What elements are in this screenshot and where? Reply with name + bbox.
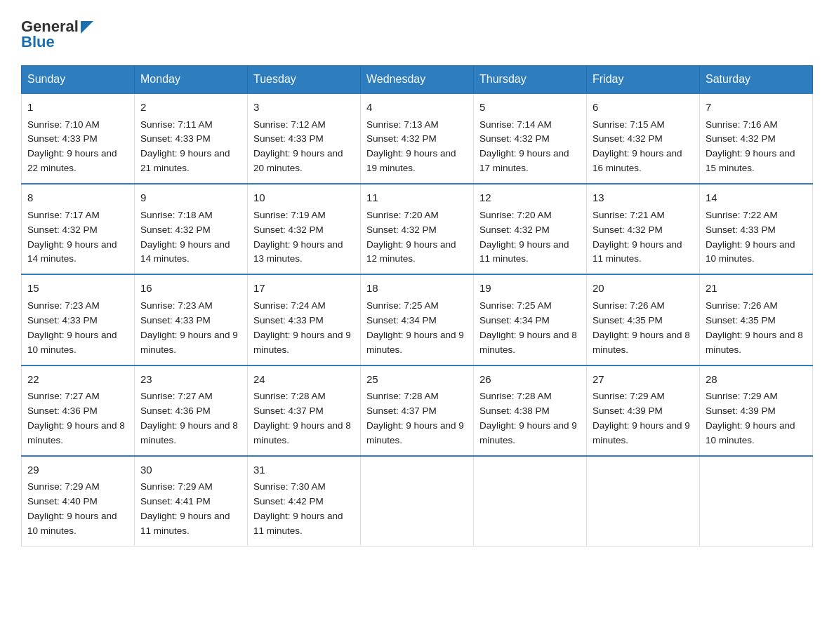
day-number: 4: [366, 100, 468, 116]
calendar-week-row: 22Sunrise: 7:27 AMSunset: 4:36 PMDayligh…: [22, 365, 813, 456]
calendar-cell: 29Sunrise: 7:29 AMSunset: 4:40 PMDayligh…: [22, 456, 135, 546]
day-info: Sunrise: 7:28 AMSunset: 4:37 PMDaylight:…: [366, 389, 468, 448]
calendar-cell: 18Sunrise: 7:25 AMSunset: 4:34 PMDayligh…: [361, 274, 474, 365]
calendar-cell: 26Sunrise: 7:28 AMSunset: 4:38 PMDayligh…: [474, 365, 587, 456]
calendar-cell: 13Sunrise: 7:21 AMSunset: 4:32 PMDayligh…: [587, 184, 700, 274]
day-info: Sunrise: 7:23 AMSunset: 4:33 PMDaylight:…: [27, 299, 128, 358]
day-number: 14: [706, 190, 807, 206]
calendar-cell: 11Sunrise: 7:20 AMSunset: 4:32 PMDayligh…: [361, 184, 474, 274]
day-info: Sunrise: 7:10 AMSunset: 4:33 PMDaylight:…: [27, 118, 128, 177]
day-info: Sunrise: 7:21 AMSunset: 4:32 PMDaylight:…: [593, 208, 694, 267]
logo-subtitle: Blue: [21, 33, 55, 51]
day-number: 24: [253, 372, 355, 388]
day-info: Sunrise: 7:14 AMSunset: 4:32 PMDaylight:…: [479, 118, 581, 177]
day-number: 27: [593, 372, 694, 388]
weekday-header-thursday: Thursday: [474, 66, 587, 94]
weekday-header-tuesday: Tuesday: [248, 66, 361, 94]
day-info: Sunrise: 7:13 AMSunset: 4:32 PMDaylight:…: [366, 118, 468, 177]
day-number: 18: [366, 281, 468, 297]
calendar-cell: 12Sunrise: 7:20 AMSunset: 4:32 PMDayligh…: [474, 184, 587, 274]
day-info: Sunrise: 7:18 AMSunset: 4:32 PMDaylight:…: [140, 208, 241, 267]
day-number: 8: [27, 190, 128, 206]
day-info: Sunrise: 7:28 AMSunset: 4:37 PMDaylight:…: [253, 389, 355, 448]
calendar-cell: 19Sunrise: 7:25 AMSunset: 4:34 PMDayligh…: [474, 274, 587, 365]
calendar-cell: 10Sunrise: 7:19 AMSunset: 4:32 PMDayligh…: [248, 184, 361, 274]
page-header: General Blue: [21, 14, 813, 51]
day-number: 28: [706, 372, 807, 388]
day-info: Sunrise: 7:30 AMSunset: 4:42 PMDaylight:…: [253, 480, 355, 539]
day-number: 30: [140, 462, 241, 478]
day-number: 1: [27, 100, 128, 116]
calendar-cell: 25Sunrise: 7:28 AMSunset: 4:37 PMDayligh…: [361, 365, 474, 456]
calendar-cell: 5Sunrise: 7:14 AMSunset: 4:32 PMDaylight…: [474, 93, 587, 184]
calendar-cell: 20Sunrise: 7:26 AMSunset: 4:35 PMDayligh…: [587, 274, 700, 365]
calendar-cell: 21Sunrise: 7:26 AMSunset: 4:35 PMDayligh…: [700, 274, 813, 365]
calendar-cell: 16Sunrise: 7:23 AMSunset: 4:33 PMDayligh…: [135, 274, 248, 365]
calendar-cell: 28Sunrise: 7:29 AMSunset: 4:39 PMDayligh…: [700, 365, 813, 456]
calendar-cell: [587, 456, 700, 546]
day-number: 11: [366, 190, 468, 206]
day-info: Sunrise: 7:15 AMSunset: 4:32 PMDaylight:…: [593, 118, 694, 177]
day-info: Sunrise: 7:19 AMSunset: 4:32 PMDaylight:…: [253, 208, 355, 267]
day-info: Sunrise: 7:26 AMSunset: 4:35 PMDaylight:…: [593, 299, 694, 358]
day-info: Sunrise: 7:27 AMSunset: 4:36 PMDaylight:…: [27, 389, 128, 448]
day-number: 9: [140, 190, 241, 206]
calendar-cell: [700, 456, 813, 546]
weekday-header-saturday: Saturday: [700, 66, 813, 94]
day-number: 31: [253, 462, 355, 478]
day-info: Sunrise: 7:25 AMSunset: 4:34 PMDaylight:…: [479, 299, 581, 358]
weekday-header-sunday: Sunday: [22, 66, 135, 94]
calendar-cell: 31Sunrise: 7:30 AMSunset: 4:42 PMDayligh…: [248, 456, 361, 546]
calendar-cell: [361, 456, 474, 546]
day-info: Sunrise: 7:29 AMSunset: 4:41 PMDaylight:…: [140, 480, 241, 539]
day-number: 17: [253, 281, 355, 297]
day-info: Sunrise: 7:11 AMSunset: 4:33 PMDaylight:…: [140, 118, 241, 177]
day-info: Sunrise: 7:26 AMSunset: 4:35 PMDaylight:…: [706, 299, 807, 358]
day-number: 22: [27, 372, 128, 388]
calendar-cell: 30Sunrise: 7:29 AMSunset: 4:41 PMDayligh…: [135, 456, 248, 546]
day-info: Sunrise: 7:20 AMSunset: 4:32 PMDaylight:…: [479, 208, 581, 267]
day-number: 2: [140, 100, 241, 116]
weekday-header-friday: Friday: [587, 66, 700, 94]
calendar-cell: 22Sunrise: 7:27 AMSunset: 4:36 PMDayligh…: [22, 365, 135, 456]
day-info: Sunrise: 7:22 AMSunset: 4:33 PMDaylight:…: [706, 208, 807, 267]
day-number: 10: [253, 190, 355, 206]
calendar-cell: 14Sunrise: 7:22 AMSunset: 4:33 PMDayligh…: [700, 184, 813, 274]
day-info: Sunrise: 7:12 AMSunset: 4:33 PMDaylight:…: [253, 118, 355, 177]
day-number: 7: [706, 100, 807, 116]
calendar-week-row: 15Sunrise: 7:23 AMSunset: 4:33 PMDayligh…: [22, 274, 813, 365]
day-number: 5: [479, 100, 581, 116]
day-number: 25: [366, 372, 468, 388]
day-number: 13: [593, 190, 694, 206]
weekday-header-monday: Monday: [135, 66, 248, 94]
calendar-week-row: 1Sunrise: 7:10 AMSunset: 4:33 PMDaylight…: [22, 93, 813, 184]
day-info: Sunrise: 7:23 AMSunset: 4:33 PMDaylight:…: [140, 299, 241, 358]
day-number: 29: [27, 462, 128, 478]
calendar-week-row: 8Sunrise: 7:17 AMSunset: 4:32 PMDaylight…: [22, 184, 813, 274]
calendar-cell: 27Sunrise: 7:29 AMSunset: 4:39 PMDayligh…: [587, 365, 700, 456]
calendar-cell: 24Sunrise: 7:28 AMSunset: 4:37 PMDayligh…: [248, 365, 361, 456]
day-number: 6: [593, 100, 694, 116]
day-info: Sunrise: 7:20 AMSunset: 4:32 PMDaylight:…: [366, 208, 468, 267]
calendar-cell: 17Sunrise: 7:24 AMSunset: 4:33 PMDayligh…: [248, 274, 361, 365]
logo-arrow-icon: [81, 21, 93, 34]
day-info: Sunrise: 7:28 AMSunset: 4:38 PMDaylight:…: [479, 389, 581, 448]
day-number: 15: [27, 281, 128, 297]
calendar-cell: 3Sunrise: 7:12 AMSunset: 4:33 PMDaylight…: [248, 93, 361, 184]
day-number: 3: [253, 100, 355, 116]
calendar-cell: 7Sunrise: 7:16 AMSunset: 4:32 PMDaylight…: [700, 93, 813, 184]
day-number: 20: [593, 281, 694, 297]
calendar-cell: 9Sunrise: 7:18 AMSunset: 4:32 PMDaylight…: [135, 184, 248, 274]
day-number: 21: [706, 281, 807, 297]
calendar-week-row: 29Sunrise: 7:29 AMSunset: 4:40 PMDayligh…: [22, 456, 813, 546]
day-info: Sunrise: 7:24 AMSunset: 4:33 PMDaylight:…: [253, 299, 355, 358]
weekday-header-wednesday: Wednesday: [361, 66, 474, 94]
day-number: 23: [140, 372, 241, 388]
day-info: Sunrise: 7:17 AMSunset: 4:32 PMDaylight:…: [27, 208, 128, 267]
day-info: Sunrise: 7:27 AMSunset: 4:36 PMDaylight:…: [140, 389, 241, 448]
day-info: Sunrise: 7:29 AMSunset: 4:40 PMDaylight:…: [27, 480, 128, 539]
calendar-cell: 8Sunrise: 7:17 AMSunset: 4:32 PMDaylight…: [22, 184, 135, 274]
weekday-header-row: SundayMondayTuesdayWednesdayThursdayFrid…: [22, 66, 813, 94]
calendar-cell: 6Sunrise: 7:15 AMSunset: 4:32 PMDaylight…: [587, 93, 700, 184]
calendar-cell: 23Sunrise: 7:27 AMSunset: 4:36 PMDayligh…: [135, 365, 248, 456]
